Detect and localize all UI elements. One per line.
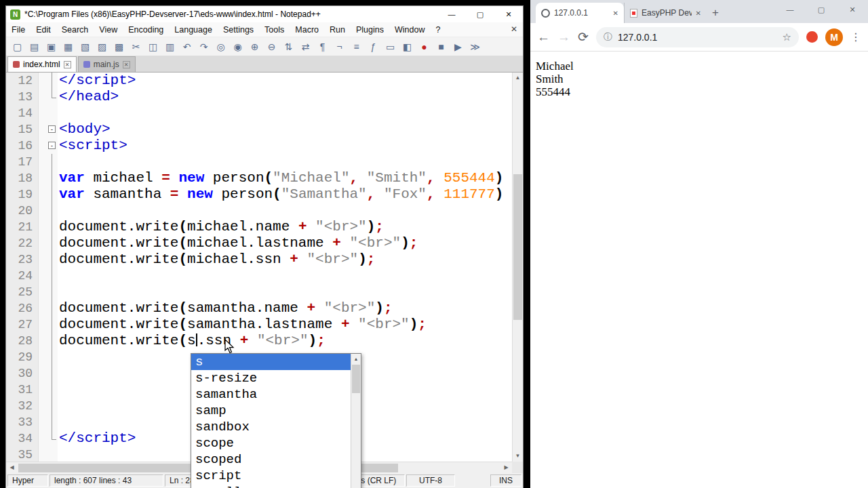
autocomplete-item[interactable]: s-resize — [191, 370, 351, 386]
menu-plugins[interactable]: Plugins — [351, 22, 389, 37]
autocomplete-item[interactable]: samantha — [191, 386, 351, 403]
print-button[interactable]: ▩ — [111, 39, 127, 54]
browser-close-button[interactable]: ✕ — [837, 0, 868, 19]
word-wrap-button[interactable]: ¶ — [315, 39, 330, 54]
browser-tab-127-0-0-1[interactable]: 127.0.0.1 ✕ — [536, 3, 624, 23]
browser-menu-icon[interactable]: ⋮ — [850, 30, 861, 43]
cut-button[interactable]: ✂ — [128, 39, 144, 54]
scroll-right-arrow[interactable]: ▶ — [500, 462, 512, 473]
menu-run[interactable]: Run — [324, 22, 351, 37]
scroll-down-arrow[interactable]: ▼ — [513, 451, 523, 462]
code-token: + — [332, 235, 341, 251]
browser-tab-easyphp[interactable]: EasyPHP Dev ✕ — [624, 3, 707, 23]
vertical-scrollbar[interactable]: ▲ ▼ — [512, 73, 523, 462]
bookmark-star-icon[interactable]: ☆ — [783, 31, 791, 43]
play-macro-button[interactable]: ▶ — [450, 39, 466, 54]
autocomplete-item[interactable]: scoped — [191, 451, 351, 468]
autocomplete-scrollbar[interactable]: ▲ — [351, 354, 361, 488]
menu-window[interactable]: Window — [389, 22, 430, 37]
menu-view[interactable]: View — [94, 22, 123, 37]
fold-collapse-icon[interactable]: - — [48, 142, 56, 149]
code-line: 15-<body> — [6, 121, 523, 138]
document-map-button[interactable]: ▭ — [382, 39, 398, 54]
code-token: michael.lastname — [187, 235, 332, 251]
indent-guide-button[interactable]: ≡ — [349, 39, 364, 54]
tab-main-js[interactable]: main.js ✕ — [78, 56, 136, 72]
tab-close-icon[interactable]: ✕ — [123, 61, 130, 68]
document-switcher-button[interactable]: ◧ — [399, 39, 415, 54]
autocomplete-item[interactable]: script — [191, 468, 351, 484]
menubar-close-icon[interactable]: ✕ — [511, 24, 517, 34]
new-file-button[interactable]: ▢ — [9, 39, 25, 54]
autocomplete-item[interactable]: scroll — [191, 484, 351, 488]
redo-button[interactable]: ↷ — [196, 39, 212, 54]
run-multi-macro-button[interactable]: ≫ — [467, 39, 483, 54]
fold-collapse-icon[interactable]: - — [48, 125, 56, 133]
menu-help[interactable]: ? — [430, 22, 446, 37]
titlebar[interactable]: N *C:\Program Files (x86)\EasyPHP-Devser… — [6, 6, 523, 22]
menu-search[interactable]: Search — [56, 22, 94, 37]
find-button[interactable]: ◎ — [213, 39, 229, 54]
function-list-button[interactable]: ƒ — [366, 39, 381, 54]
autocomplete-scroll-up-arrow[interactable]: ▲ — [351, 354, 361, 364]
save-button[interactable]: ▣ — [43, 39, 59, 54]
browser-maximize-button[interactable]: ▢ — [806, 0, 837, 19]
status-doctype: Hyper — [7, 474, 48, 487]
menu-language[interactable]: Language — [169, 22, 218, 37]
zoom-in-button[interactable]: ⊕ — [247, 39, 262, 54]
scroll-up-arrow[interactable]: ▲ — [513, 73, 523, 83]
address-bar[interactable]: ⓘ 127.0.0.1 ☆ — [596, 27, 799, 47]
autocomplete-item[interactable]: samp — [191, 403, 351, 419]
menu-file[interactable]: File — [6, 22, 31, 37]
menu-settings[interactable]: Settings — [218, 22, 259, 37]
autocomplete-item[interactable]: sandbox — [191, 419, 351, 435]
fold-margin — [39, 73, 58, 89]
sync-vertical-button[interactable]: ⇅ — [281, 39, 296, 54]
maximize-button[interactable]: ▢ — [466, 6, 494, 22]
extension-icon[interactable] — [806, 31, 818, 43]
paste-button[interactable]: ▥ — [162, 39, 178, 54]
back-button[interactable]: ← — [537, 30, 550, 45]
undo-button[interactable]: ↶ — [179, 39, 195, 54]
line-number: 34 — [6, 430, 39, 447]
refresh-button[interactable]: ⟳ — [578, 29, 589, 45]
minimize-button[interactable]: — — [437, 6, 466, 22]
autocomplete-scroll-thumb[interactable] — [352, 365, 360, 393]
site-info-icon[interactable]: ⓘ — [604, 31, 612, 43]
webpage-content: MichaelSmith555444 — [530, 52, 868, 106]
browser-tab-close-icon[interactable]: ✕ — [613, 9, 618, 17]
code-token: "<br>" — [307, 251, 359, 267]
code-token: s — [187, 333, 196, 348]
tab-close-icon[interactable]: ✕ — [64, 61, 71, 68]
sync-horizontal-button[interactable]: ⇄ — [298, 39, 313, 54]
menu-macro[interactable]: Macro — [290, 22, 324, 37]
save-all-button[interactable]: ▦ — [60, 39, 76, 54]
record-macro-button[interactable]: ● — [416, 39, 432, 54]
browser-tab-label: EasyPHP Dev — [642, 8, 692, 18]
profile-avatar[interactable]: M — [825, 28, 843, 46]
menu-tools[interactable]: Tools — [259, 22, 290, 37]
browser-tab-close-icon[interactable]: ✕ — [696, 9, 701, 17]
autocomplete-item[interactable]: scope — [191, 435, 351, 451]
copy-button[interactable]: ◫ — [145, 39, 161, 54]
close-all-button[interactable]: ▨ — [94, 39, 110, 54]
autocomplete-item[interactable]: s — [191, 354, 351, 370]
stop-macro-button[interactable]: ■ — [433, 39, 449, 54]
menu-edit[interactable]: Edit — [31, 22, 56, 37]
vertical-scroll-thumb[interactable] — [513, 174, 522, 320]
menu-encoding[interactable]: Encoding — [123, 22, 169, 37]
code-token: + — [341, 317, 350, 332]
new-tab-button[interactable]: + — [712, 6, 719, 20]
code-token — [435, 186, 444, 202]
code-token: ( — [178, 219, 187, 235]
close-button[interactable]: ✕ — [494, 6, 523, 22]
replace-button[interactable]: ◉ — [230, 39, 245, 54]
zoom-out-button[interactable]: ⊖ — [264, 39, 279, 54]
close-button[interactable]: ▧ — [77, 39, 93, 54]
show-all-chars-button[interactable]: ¬ — [332, 39, 347, 54]
code-token: + — [290, 251, 298, 267]
scroll-left-arrow[interactable]: ◀ — [6, 462, 18, 473]
open-file-button[interactable]: ▤ — [26, 39, 42, 54]
tab-index-html[interactable]: index.html ✕ — [7, 56, 77, 72]
browser-minimize-button[interactable]: — — [774, 0, 806, 19]
